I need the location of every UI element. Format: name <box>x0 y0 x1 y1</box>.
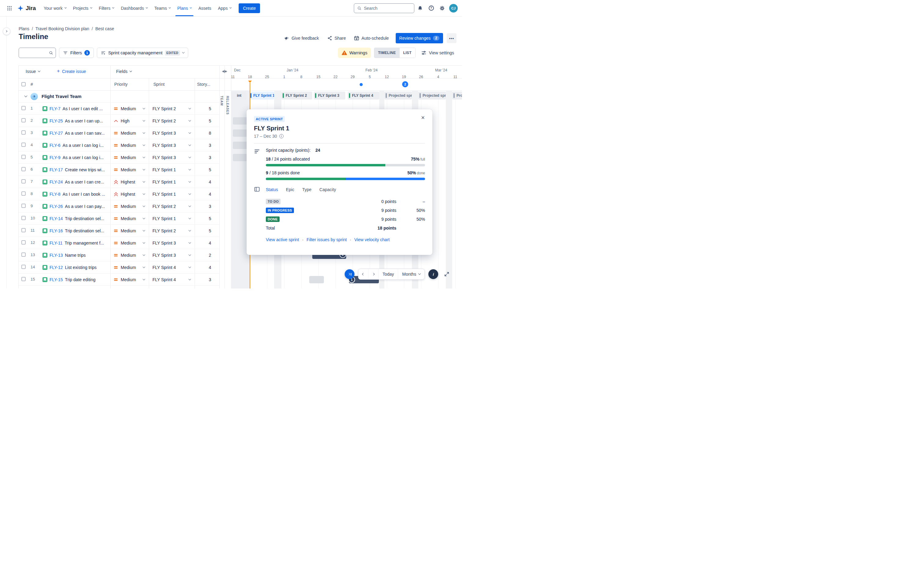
issue-key-link[interactable]: FLY-12 <box>50 265 63 270</box>
saved-view-dropdown[interactable]: Sprint capacity management EDITED <box>97 48 188 58</box>
row-checkbox[interactable] <box>21 167 26 171</box>
issue-key-link[interactable]: FLY-16 <box>50 228 63 233</box>
select-all-checkbox[interactable] <box>21 82 26 86</box>
priority-dropdown[interactable]: Highest <box>110 176 149 188</box>
issue-key-link[interactable]: FLY-6 <box>50 143 60 148</box>
sprint-dropdown[interactable]: FLY Sprint 2 <box>149 200 195 213</box>
fullscreen-button[interactable] <box>442 269 452 279</box>
global-search-input[interactable] <box>364 6 411 11</box>
tab-capacity[interactable]: Capacity <box>319 187 336 193</box>
issue-key-link[interactable]: FLY-14 <box>50 216 63 221</box>
row-checkbox[interactable] <box>21 240 26 245</box>
row-checkbox[interactable] <box>21 143 26 147</box>
sprint-chip[interactable]: Proj... <box>452 92 462 100</box>
breadcrumb-item[interactable]: Travel Booking Division plan <box>36 26 89 31</box>
sprint-dropdown[interactable]: FLY Sprint 3 <box>149 139 195 152</box>
issue-key-link[interactable]: FLY-17 <box>50 167 63 172</box>
releases-strip-label[interactable]: RELEASES <box>226 96 229 115</box>
priority-dropdown[interactable]: Medium <box>110 213 149 225</box>
row-checkbox[interactable] <box>21 204 26 208</box>
priority-dropdown[interactable]: Medium <box>110 139 149 152</box>
issue-key-link[interactable]: FLY-11 <box>50 240 63 245</box>
scroll-right-button[interactable] <box>368 269 378 279</box>
timeline-view-toggle[interactable]: TIMELINE <box>374 48 399 58</box>
tab-status[interactable]: Status <box>266 187 278 193</box>
jira-logo[interactable]: Jira <box>17 5 36 11</box>
priority-dropdown[interactable]: Highest <box>110 188 149 200</box>
notifications-button[interactable] <box>415 3 425 13</box>
priority-dropdown[interactable]: Medium <box>110 274 149 286</box>
issue-key-link[interactable]: FLY-25 <box>50 118 63 123</box>
fields-dropdown[interactable]: Fields <box>116 69 132 74</box>
nav-item-assets[interactable]: Assets <box>195 3 214 13</box>
collapse-group-icon[interactable] <box>24 94 27 97</box>
priority-dropdown[interactable]: Medium <box>110 225 149 237</box>
breadcrumb-item[interactable]: Best case <box>95 26 114 31</box>
row-checkbox[interactable] <box>21 265 26 269</box>
more-options-button[interactable]: ••• <box>447 33 457 43</box>
plan-search-input[interactable] <box>21 50 49 55</box>
info-icon[interactable]: i <box>279 134 284 138</box>
popup-link[interactable]: Filter issues by sprint <box>307 237 347 242</box>
priority-dropdown[interactable]: Medium <box>110 261 149 274</box>
sprint-dropdown[interactable]: FLY Sprint 1 <box>149 164 195 176</box>
nav-item-apps[interactable]: Apps <box>215 3 234 13</box>
today-button[interactable]: Today <box>378 269 398 279</box>
auto-schedule-button[interactable]: Auto-schedule <box>351 33 392 43</box>
row-checkbox[interactable] <box>21 118 26 122</box>
nav-item-filters[interactable]: Filters <box>95 3 117 13</box>
issue-key-link[interactable]: FLY-13 <box>50 253 63 258</box>
sprint-chip[interactable]: Projected spr... <box>418 92 446 100</box>
issue-key-link[interactable]: FLY-15 <box>50 277 63 282</box>
row-checkbox[interactable] <box>21 192 26 196</box>
issue-key-link[interactable]: FLY-7 <box>50 106 60 111</box>
close-icon[interactable]: × <box>418 113 428 122</box>
priority-dropdown[interactable]: Medium <box>110 237 149 249</box>
create-issue-button[interactable]: + Create issue <box>57 68 86 74</box>
sprint-dropdown[interactable]: FLY Sprint 2 <box>149 225 195 237</box>
issue-key-link[interactable]: FLY-24 <box>50 179 63 184</box>
tab-type[interactable]: Type <box>302 187 311 193</box>
sprint-dropdown[interactable]: FLY Sprint 3 <box>149 237 195 249</box>
review-changes-button[interactable]: Review changes 2 <box>396 33 443 44</box>
release-milestone-dot[interactable] <box>360 83 363 86</box>
tab-epic[interactable]: Epic <box>286 187 294 193</box>
sprint-dropdown[interactable]: FLY Sprint 4 <box>149 261 195 274</box>
priority-dropdown[interactable]: Medium <box>110 164 149 176</box>
sprint-dropdown[interactable]: FLY Sprint 2 <box>149 115 195 127</box>
issue-key-link[interactable]: FLY-8 <box>50 192 60 197</box>
user-avatar[interactable]: CJ <box>449 4 458 13</box>
issue-key-link[interactable]: FLY-26 <box>50 204 63 209</box>
sprint-dropdown[interactable]: FLY Sprint 2 <box>149 103 195 115</box>
sprint-chip[interactable]: int <box>231 92 246 100</box>
sprint-chip[interactable]: Projected spr... <box>384 92 412 100</box>
sprint-dropdown[interactable]: FLY Sprint 1 <box>149 213 195 225</box>
skip-forward-button[interactable] <box>345 269 354 279</box>
breadcrumb-item[interactable]: Plans <box>19 26 29 31</box>
sprint-dropdown[interactable]: FLY Sprint 3 <box>149 127 195 139</box>
app-switcher-button[interactable] <box>4 3 15 13</box>
sprint-chip[interactable]: FLY Sprint 3 <box>314 92 345 100</box>
warnings-button[interactable]: Warnings <box>338 48 371 58</box>
nav-item-dashboards[interactable]: Dashboards <box>118 3 151 13</box>
row-checkbox[interactable] <box>21 277 26 281</box>
issue-key-link[interactable]: FLY-9 <box>50 155 60 160</box>
sprint-dropdown[interactable]: FLY Sprint 3 <box>149 249 195 261</box>
give-feedback-button[interactable]: Give feedback <box>281 33 322 43</box>
priority-dropdown[interactable]: Medium <box>110 200 149 213</box>
view-settings-button[interactable]: View settings <box>418 50 457 56</box>
sprint-dropdown[interactable]: FLY Sprint 1 <box>149 176 195 188</box>
sprint-chip[interactable]: FLY Sprint 1 <box>249 92 274 100</box>
nav-item-plans[interactable]: Plans <box>174 3 195 13</box>
zoom-level-dropdown[interactable]: Months <box>398 269 425 279</box>
release-milestone-badge[interactable]: 2 <box>402 81 408 87</box>
sprint-chip[interactable]: FLY Sprint 4 <box>348 92 379 100</box>
scroll-left-button[interactable] <box>359 269 368 279</box>
collapse-columns-button[interactable] <box>222 69 227 75</box>
team-group-row[interactable]: ✈ Flight Travel Team <box>19 90 220 103</box>
row-checkbox[interactable] <box>21 155 26 159</box>
nav-item-teams[interactable]: Teams <box>151 3 174 13</box>
popup-link[interactable]: View active sprint <box>266 237 299 242</box>
share-button[interactable]: Share <box>324 33 349 43</box>
priority-dropdown[interactable]: Medium <box>110 152 149 164</box>
